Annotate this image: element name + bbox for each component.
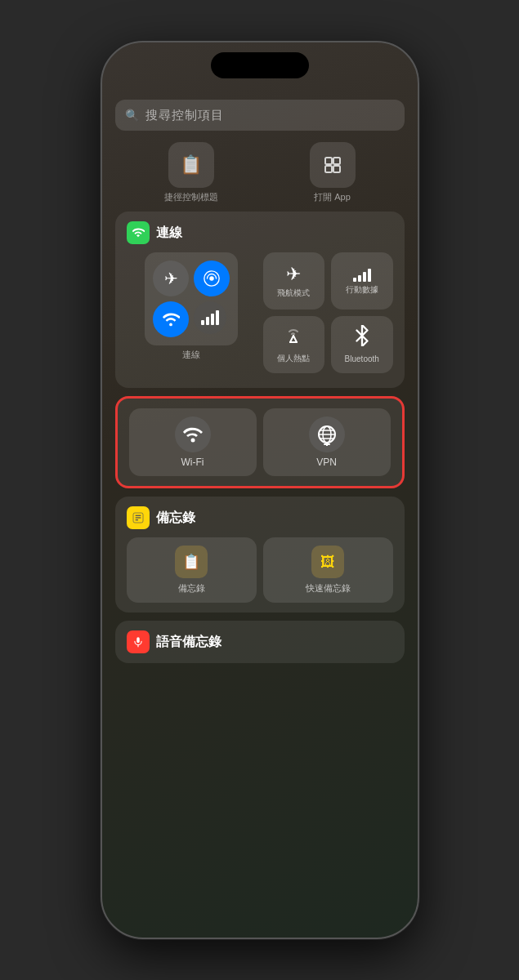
shortcut-control-label: 捷徑控制標題 [164,191,218,203]
connectivity-header: 連線 [127,221,393,244]
search-icon: 🔍 [125,109,139,122]
svg-line-6 [290,336,293,342]
wifi-vpn-grid: Wi-Fi VPN [129,408,391,476]
wifi-tile-label: Wi-Fi [181,457,204,468]
notes-section: 備忘錄 📋 備忘錄 🖼 快速備忘錄 [115,497,405,612]
svg-point-9 [190,439,195,443]
svg-rect-0 [325,158,332,164]
connectivity-section-icon [127,221,150,244]
vpn-tile-icon [309,416,345,452]
notes-tile[interactable]: 📋 備忘錄 [127,537,257,603]
svg-point-5 [169,323,172,327]
svg-rect-2 [325,166,332,172]
notes-grid: 📋 備忘錄 🖼 快速備忘錄 [127,537,393,603]
voice-memo-title: 語音備忘錄 [156,634,221,651]
search-bar[interactable]: 🔍 搜尋控制項目 [115,100,405,131]
bluetooth-label: Bluetooth [345,354,379,364]
connectivity-title: 連線 [156,225,182,242]
connectivity-section: 連線 ✈ [115,212,405,388]
power-button[interactable] [418,222,419,296]
quick-note-icon: 🖼 [311,546,344,578]
wifi-tile[interactable]: Wi-Fi [129,408,257,476]
quick-note-label: 快速備忘錄 [306,582,351,595]
cellular-label: 行動數據 [346,285,378,295]
notes-title: 備忘錄 [156,510,195,527]
screen-content: 🔍 搜尋控制項目 📋 捷徑控制標題 打開 App [102,91,418,938]
search-placeholder: 搜尋控制項目 [145,108,224,123]
phone-frame: 🔍 搜尋控制項目 📋 捷徑控制標題 打開 App [101,41,419,939]
airplane-label: 飛航模式 [277,288,310,298]
open-app-icon [310,142,356,188]
wifi-vpn-section: Wi-Fi VPN [115,396,405,488]
airplane-mode-mini-btn[interactable]: ✈ [153,261,189,296]
cellular-icon [353,267,371,282]
svg-point-4 [209,276,214,281]
voice-memo-section: 語音備忘錄 [115,621,405,663]
cellular-tile[interactable]: 行動數據 [331,252,393,310]
hotspot-label: 個人熱點 [277,354,310,363]
signal-bars-icon [353,267,371,282]
voice-memo-icon [127,630,150,653]
svg-rect-1 [333,158,340,164]
signal-mini-btn [194,301,226,334]
hotspot-icon [284,326,303,350]
connectivity-cluster-tile: ✈ [145,252,238,345]
svg-line-8 [293,336,297,342]
list-item: 打開 App [310,142,356,203]
voice-memo-header: 語音備忘錄 [127,630,393,653]
vpn-tile-label: VPN [316,457,337,468]
vpn-tile[interactable]: VPN [263,408,391,476]
connectivity-right-tiles: ✈ 飛航模式 行動數據 [263,252,393,373]
svg-rect-3 [333,166,340,172]
prev-items-row: 📋 捷徑控制標題 打開 App [102,142,418,203]
airdrop-mini-btn[interactable] [194,261,230,296]
svg-rect-19 [136,637,140,643]
notes-label: 備忘錄 [178,582,205,595]
airplane-mode-tile[interactable]: ✈ 飛航模式 [263,252,325,310]
hotspot-tile[interactable]: 個人熱點 [263,316,325,373]
connectivity-grid: ✈ [127,252,393,373]
bluetooth-icon [354,325,370,351]
wifi-tile-icon [175,416,211,452]
connectivity-cluster-label: 連線 [182,349,200,361]
notes-header: 備忘錄 [127,506,393,529]
shortcut-control-icon: 📋 [168,142,214,188]
notes-section-icon [127,506,150,529]
signal-bars-icon [201,310,219,325]
bluetooth-tile[interactable]: Bluetooth [331,316,393,373]
dynamic-island [211,52,309,78]
airplane-icon: ✈ [286,264,301,285]
list-item: 📋 捷徑控制標題 [164,142,218,203]
notes-icon: 📋 [175,546,208,578]
open-app-label: 打開 App [314,191,351,203]
wifi-mini-btn[interactable] [153,301,189,337]
quick-note-tile[interactable]: 🖼 快速備忘錄 [263,537,393,603]
